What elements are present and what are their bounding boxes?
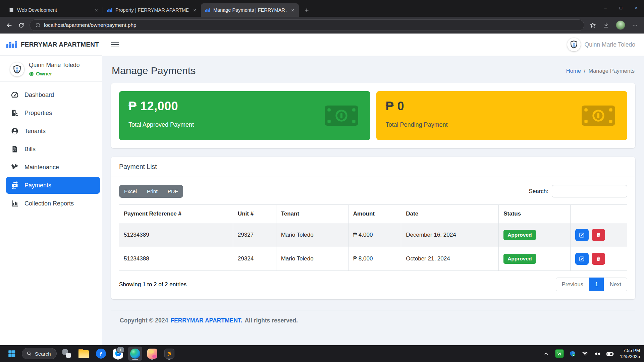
pagination-next[interactable]: Next [604,278,627,291]
brand-logo[interactable]: FERRYMAR APARTMENT [0,34,102,56]
search-input[interactable] [552,185,627,197]
gallery-app-button[interactable] [145,347,159,361]
print-export-button[interactable]: Print [142,185,163,198]
downloads-icon[interactable] [602,21,610,29]
panel-body: Excel Print PDF Search: [111,177,635,299]
pdf-export-button[interactable]: PDF [163,185,183,198]
sidebar-item-maintenance[interactable]: Maintenance [0,159,100,176]
address-bar[interactable]: localhost/apartment/owner/payment.php [30,19,584,31]
browser-menu-icon[interactable] [631,21,639,29]
table-row: 51234389 29327 Mario Toledo ₱ 4,000 Dece… [119,223,627,247]
close-window-button[interactable]: × [629,0,644,15]
clock-time: 7:55 PM [620,348,640,354]
status-badge: Approved [503,254,536,264]
column-header-actions [570,205,627,223]
column-header-unit[interactable]: Unit # [233,205,276,223]
volume-icon[interactable] [594,350,601,357]
notification-badge: 1 [116,346,125,353]
sidebar-menu: Dashboard Properties Tenants [0,82,102,218]
cell-reference: 51234389 [119,223,233,247]
excel-export-button[interactable]: Excel [119,185,142,198]
column-header-reference[interactable]: Payment Reference # [119,205,233,223]
sidebar-item-collection-reports[interactable]: Collection Reports [0,195,100,212]
reload-icon[interactable] [17,21,25,29]
gallery-app-icon [147,349,157,359]
page-footer: Copyright © 2024 FERRYMAR APARTMENT. All… [111,310,635,331]
copyright-suffix: All rights reserved. [245,317,298,324]
battery-icon[interactable] [606,350,613,357]
page-title: Manage Payments [112,65,196,76]
bookmark-star-icon[interactable] [589,21,596,29]
cell-tenant: Mario Toledo [276,223,348,247]
entries-summary: Showing 1 to 2 of 2 entries [119,281,186,288]
folder-icon [78,350,89,358]
menu-label: Bills [24,146,36,153]
menu-label: Tenants [24,128,46,135]
tab-title: Property | FERRYMAR APARTMENT [115,7,189,13]
browser-tab-property[interactable]: Property | FERRYMAR APARTMENT [103,3,201,17]
site-info-icon[interactable] [35,22,41,28]
sidebar-item-tenants[interactable]: Tenants [0,123,100,139]
column-header-status[interactable]: Status [499,205,571,223]
start-button[interactable] [5,347,19,361]
sidebar-profile: Quinn Marie Toledo Owner [0,56,102,82]
sublime-text-button[interactable] [162,347,176,361]
browser-tab-manage-payments-active[interactable]: Manage Payments | FERRYMAR APARTMENT [201,3,299,17]
edit-button[interactable] [575,229,589,241]
column-header-tenant[interactable]: Tenant [276,205,348,223]
toolbar-actions [589,20,639,30]
browser-toolbar: localhost/apartment/owner/payment.php [0,17,644,34]
file-explorer-button[interactable] [77,347,91,361]
cell-unit: 29327 [233,223,276,247]
new-tab-button[interactable] [302,5,312,15]
footer-brand-link[interactable]: FERRYMAR APARTMENT. [170,317,242,324]
url-text: localhost/apartment/owner/payment.php [44,22,137,28]
taskbar-search[interactable]: Search [22,348,57,359]
back-icon[interactable] [5,21,13,29]
close-icon[interactable] [93,7,99,13]
task-view-button[interactable] [60,347,74,361]
panel-title: Payment List [111,157,635,177]
edit-button[interactable] [575,253,589,265]
row-actions [575,253,623,265]
table-search: Search: [529,185,627,197]
delete-button[interactable] [592,253,605,265]
breadcrumb-home-link[interactable]: Home [566,68,581,74]
taskbar-clock[interactable]: 7:55 PM 12/5/2025 [619,348,640,360]
sidebar-item-properties[interactable]: Properties [0,105,100,121]
browser-tab-web-development[interactable]: Web Development [5,3,103,17]
messenger-button[interactable]: 1 [111,347,125,361]
close-icon[interactable] [192,7,198,13]
cell-date: December 16, 2024 [401,223,499,247]
close-icon[interactable] [289,7,296,13]
wifi-icon[interactable] [581,350,589,357]
breadcrumb-current: Manage Payments [588,68,635,74]
minimize-button[interactable]: – [598,0,613,15]
sidebar-item-bills[interactable]: Bills [0,141,100,158]
wampserver-tray-icon[interactable] [555,349,564,358]
menu-toggle-icon[interactable] [111,42,119,48]
facebook-button[interactable] [94,347,108,361]
row-actions [575,229,623,241]
maximize-button[interactable]: □ [613,0,629,15]
topbar-user[interactable]: Quinn Marie Toledo [567,38,635,51]
pagination-page-1[interactable]: 1 [589,278,604,291]
pagination-previous[interactable]: Previous [556,278,589,291]
money-transfer-icon [11,181,19,189]
tray-chevron-up-icon[interactable] [543,350,550,357]
building-user-icon [11,109,19,117]
money-bill-icon [581,104,616,127]
delete-button[interactable] [592,229,605,241]
windows-security-icon[interactable] [569,350,576,357]
topbar-user-name: Quinn Marie Toledo [585,41,635,48]
edge-button[interactable] [128,347,142,361]
cell-date: October 21, 2024 [401,247,499,271]
bar-chart-favicon-icon [205,7,210,13]
column-header-amount[interactable]: Amount [348,205,401,223]
sidebar-item-dashboard[interactable]: Dashboard [0,86,100,103]
menu-label: Dashboard [24,92,54,99]
table-row: 51234388 29324 Mario Toledo ₱ 8,000 Octo… [119,247,627,271]
column-header-date[interactable]: Date [401,205,499,223]
sidebar-item-payments[interactable]: Payments [6,177,100,194]
browser-profile-avatar[interactable] [616,20,625,30]
